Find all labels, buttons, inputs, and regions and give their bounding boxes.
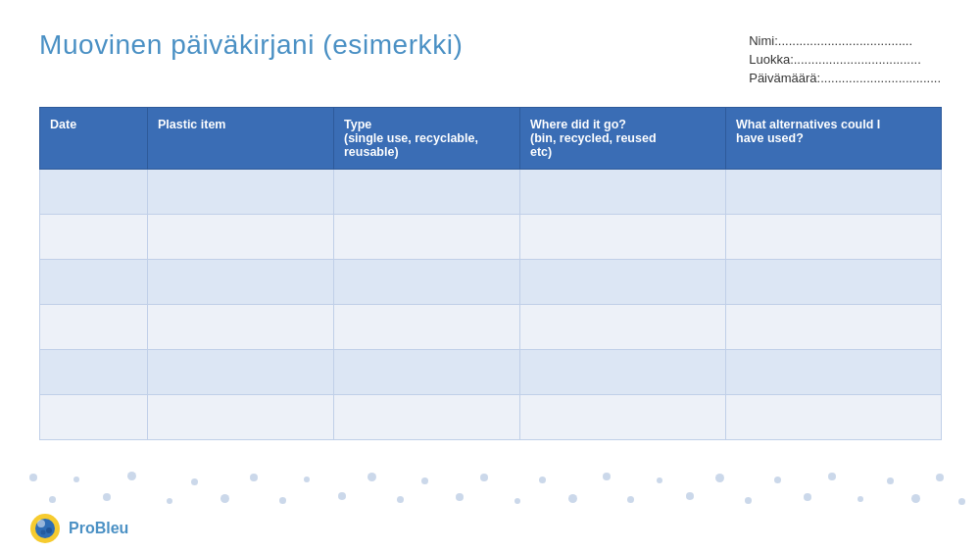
decoration-dot (539, 477, 546, 483)
decoration-dot (887, 477, 894, 484)
luokka-field: Luokka:.................................… (749, 52, 941, 67)
col-alternatives: What alternatives could Ihave used? (726, 108, 942, 170)
svg-point-4 (41, 530, 46, 535)
cell-date-6 (40, 395, 148, 440)
cell-date-4 (40, 305, 148, 350)
cell-item-1 (148, 170, 334, 215)
decoration-dot (804, 493, 811, 501)
table-row (40, 215, 942, 260)
svg-point-2 (37, 520, 45, 527)
cell-type-3 (334, 260, 520, 305)
decoration-dot (958, 498, 965, 505)
decoration-dot (74, 477, 79, 482)
cell-date-3 (40, 260, 148, 305)
table-row (40, 395, 942, 440)
decoration-dot (686, 492, 694, 500)
decoration-dot (29, 474, 37, 481)
cell-type-5 (334, 350, 520, 395)
page: Muovinen päiväkirjani (esimerkki) Nimi:.… (0, 0, 980, 552)
cell-alt-6 (726, 395, 942, 440)
cell-item-3 (148, 260, 334, 305)
decoration-dot (774, 477, 781, 483)
cell-item-4 (148, 305, 334, 350)
page-title: Muovinen päiväkirjani (esimerkki) (39, 29, 463, 61)
cell-type-6 (334, 395, 520, 440)
table-header-row: Date Plastic item Type(single use, recyc… (40, 108, 942, 170)
cell-date-2 (40, 215, 148, 260)
col-plastic-item: Plastic item (148, 108, 334, 170)
table-row (40, 170, 942, 215)
cell-item-6 (148, 395, 334, 440)
decoration-dot (480, 474, 488, 481)
decoration-dot (514, 498, 520, 504)
decoration-dot (304, 477, 310, 482)
decoration-dot (657, 477, 662, 483)
cell-item-5 (148, 350, 334, 395)
decoration-dot (220, 494, 229, 503)
cell-type-1 (334, 170, 520, 215)
decoration-dot (828, 473, 836, 480)
decoration-dot (421, 477, 428, 484)
decoration-dot (745, 497, 752, 504)
cell-where-4 (520, 305, 726, 350)
cell-alt-5 (726, 350, 942, 395)
cell-type-4 (334, 305, 520, 350)
decoration-dot (49, 496, 56, 503)
cell-alt-3 (726, 260, 942, 305)
main-table: Date Plastic item Type(single use, recyc… (39, 107, 942, 440)
cell-where-6 (520, 395, 726, 440)
cell-alt-1 (726, 170, 942, 215)
decoration-dot (568, 494, 577, 503)
decoration-dot (279, 497, 286, 504)
nimi-field: Nimi:...................................… (749, 33, 941, 48)
header: Muovinen päiväkirjani (esimerkki) Nimi:.… (39, 29, 941, 85)
cell-type-2 (334, 215, 520, 260)
decoration-dot (250, 474, 258, 481)
cell-where-1 (520, 170, 726, 215)
logo-pro: Pro (69, 520, 95, 536)
table-container: Date Plastic item Type(single use, recyc… (39, 107, 941, 440)
decoration-dot (911, 494, 920, 503)
table-row (40, 305, 942, 350)
decoration-dot (397, 496, 404, 503)
bottom-decoration (0, 469, 980, 518)
decoration-dot (191, 478, 198, 485)
col-type: Type(single use, recyclable,reusable) (334, 108, 520, 170)
cell-where-5 (520, 350, 726, 395)
logo-bleu: Bleu (95, 520, 129, 536)
cell-where-3 (520, 260, 726, 305)
col-date: Date (40, 108, 148, 170)
decoration-dot (936, 474, 944, 481)
decoration-dot (103, 493, 111, 501)
col-where: Where did it go?(bin, recycled, reusedet… (520, 108, 726, 170)
table-row (40, 260, 942, 305)
cell-alt-2 (726, 215, 942, 260)
form-fields: Nimi:...................................… (749, 29, 941, 85)
cell-item-2 (148, 215, 334, 260)
decoration-dot (338, 492, 346, 500)
decoration-dot (627, 496, 634, 503)
decoration-dot (368, 473, 376, 481)
decoration-dot (167, 498, 172, 504)
decoration-dot (456, 493, 464, 501)
logo-text: ProBleu (69, 520, 128, 537)
decoration-dot (127, 472, 136, 480)
decoration-dot (858, 496, 863, 502)
cell-date-1 (40, 170, 148, 215)
cell-alt-4 (726, 305, 942, 350)
svg-point-3 (46, 527, 52, 533)
table-row (40, 350, 942, 395)
cell-date-5 (40, 350, 148, 395)
decoration-dot (603, 473, 611, 480)
cell-where-2 (520, 215, 726, 260)
decoration-dot (715, 474, 724, 482)
paivamaara-field: Päivämäärä:.............................… (749, 71, 941, 85)
